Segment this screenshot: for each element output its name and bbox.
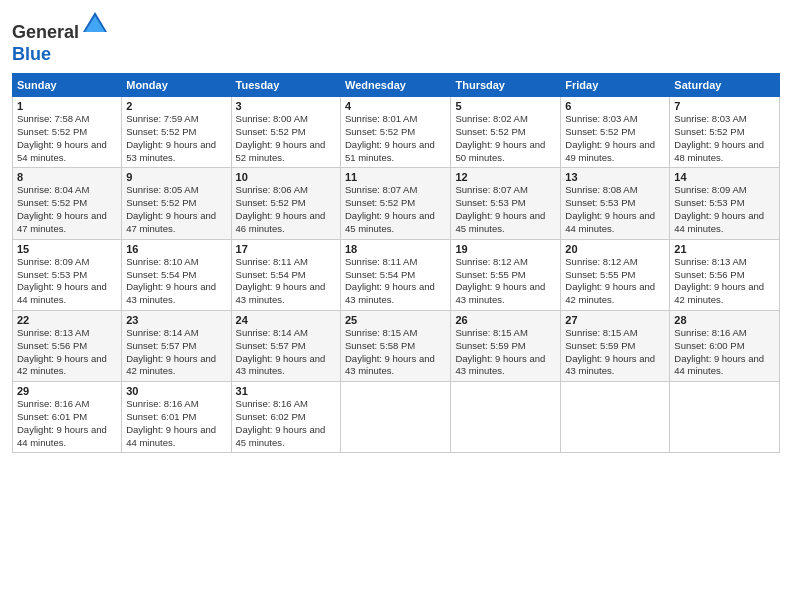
day-info: Sunrise: 8:14 AMSunset: 5:57 PMDaylight:… [236,327,336,378]
day-number: 30 [126,385,226,397]
day-info: Sunrise: 8:04 AMSunset: 5:52 PMDaylight:… [17,184,117,235]
day-info: Sunrise: 8:13 AMSunset: 5:56 PMDaylight:… [17,327,117,378]
day-number: 6 [565,100,665,112]
calendar-week-row: 1Sunrise: 7:58 AMSunset: 5:52 PMDaylight… [13,97,780,168]
day-number: 16 [126,243,226,255]
calendar-cell: 22Sunrise: 8:13 AMSunset: 5:56 PMDayligh… [13,310,122,381]
day-number: 12 [455,171,556,183]
calendar-cell: 18Sunrise: 8:11 AMSunset: 5:54 PMDayligh… [341,239,451,310]
calendar-cell: 19Sunrise: 8:12 AMSunset: 5:55 PMDayligh… [451,239,561,310]
calendar-cell: 10Sunrise: 8:06 AMSunset: 5:52 PMDayligh… [231,168,340,239]
day-number: 5 [455,100,556,112]
calendar-cell: 17Sunrise: 8:11 AMSunset: 5:54 PMDayligh… [231,239,340,310]
day-number: 7 [674,100,775,112]
calendar-table: SundayMondayTuesdayWednesdayThursdayFrid… [12,73,780,453]
calendar-cell: 3Sunrise: 8:00 AMSunset: 5:52 PMDaylight… [231,97,340,168]
day-number: 27 [565,314,665,326]
calendar-cell: 6Sunrise: 8:03 AMSunset: 5:52 PMDaylight… [561,97,670,168]
day-number: 8 [17,171,117,183]
logo-text: General Blue [12,10,109,65]
day-info: Sunrise: 8:09 AMSunset: 5:53 PMDaylight:… [674,184,775,235]
calendar-cell: 4Sunrise: 8:01 AMSunset: 5:52 PMDaylight… [341,97,451,168]
calendar-cell: 21Sunrise: 8:13 AMSunset: 5:56 PMDayligh… [670,239,780,310]
logo-general: General [12,22,79,42]
calendar-cell [670,382,780,453]
calendar-cell: 24Sunrise: 8:14 AMSunset: 5:57 PMDayligh… [231,310,340,381]
calendar-cell: 16Sunrise: 8:10 AMSunset: 5:54 PMDayligh… [122,239,231,310]
calendar-cell: 26Sunrise: 8:15 AMSunset: 5:59 PMDayligh… [451,310,561,381]
day-info: Sunrise: 8:13 AMSunset: 5:56 PMDaylight:… [674,256,775,307]
day-info: Sunrise: 8:12 AMSunset: 5:55 PMDaylight:… [565,256,665,307]
day-number: 29 [17,385,117,397]
day-info: Sunrise: 8:15 AMSunset: 5:58 PMDaylight:… [345,327,446,378]
day-number: 19 [455,243,556,255]
day-info: Sunrise: 8:15 AMSunset: 5:59 PMDaylight:… [455,327,556,378]
calendar-cell: 29Sunrise: 8:16 AMSunset: 6:01 PMDayligh… [13,382,122,453]
day-info: Sunrise: 8:11 AMSunset: 5:54 PMDaylight:… [236,256,336,307]
calendar-cell: 5Sunrise: 8:02 AMSunset: 5:52 PMDaylight… [451,97,561,168]
day-info: Sunrise: 8:16 AMSunset: 6:00 PMDaylight:… [674,327,775,378]
calendar-cell: 14Sunrise: 8:09 AMSunset: 5:53 PMDayligh… [670,168,780,239]
day-info: Sunrise: 8:03 AMSunset: 5:52 PMDaylight:… [674,113,775,164]
day-of-week-header: Thursday [451,74,561,97]
day-number: 28 [674,314,775,326]
day-info: Sunrise: 8:05 AMSunset: 5:52 PMDaylight:… [126,184,226,235]
day-info: Sunrise: 8:11 AMSunset: 5:54 PMDaylight:… [345,256,446,307]
day-of-week-header: Monday [122,74,231,97]
day-number: 21 [674,243,775,255]
day-number: 31 [236,385,336,397]
calendar-cell: 13Sunrise: 8:08 AMSunset: 5:53 PMDayligh… [561,168,670,239]
day-info: Sunrise: 8:01 AMSunset: 5:52 PMDaylight:… [345,113,446,164]
day-info: Sunrise: 7:59 AMSunset: 5:52 PMDaylight:… [126,113,226,164]
day-info: Sunrise: 8:14 AMSunset: 5:57 PMDaylight:… [126,327,226,378]
day-of-week-header: Wednesday [341,74,451,97]
calendar-week-row: 22Sunrise: 8:13 AMSunset: 5:56 PMDayligh… [13,310,780,381]
day-number: 2 [126,100,226,112]
calendar-cell: 7Sunrise: 8:03 AMSunset: 5:52 PMDaylight… [670,97,780,168]
day-of-week-header: Tuesday [231,74,340,97]
day-number: 23 [126,314,226,326]
day-number: 10 [236,171,336,183]
calendar-cell: 8Sunrise: 8:04 AMSunset: 5:52 PMDaylight… [13,168,122,239]
calendar-cell: 20Sunrise: 8:12 AMSunset: 5:55 PMDayligh… [561,239,670,310]
calendar-week-row: 8Sunrise: 8:04 AMSunset: 5:52 PMDaylight… [13,168,780,239]
day-of-week-header: Saturday [670,74,780,97]
calendar-cell: 25Sunrise: 8:15 AMSunset: 5:58 PMDayligh… [341,310,451,381]
day-number: 18 [345,243,446,255]
header: General Blue [12,10,780,65]
day-info: Sunrise: 7:58 AMSunset: 5:52 PMDaylight:… [17,113,117,164]
calendar-cell: 31Sunrise: 8:16 AMSunset: 6:02 PMDayligh… [231,382,340,453]
day-info: Sunrise: 8:03 AMSunset: 5:52 PMDaylight:… [565,113,665,164]
day-number: 11 [345,171,446,183]
logo-icon [81,10,109,38]
logo-blue: Blue [12,44,51,64]
calendar-cell [341,382,451,453]
day-number: 24 [236,314,336,326]
calendar-week-row: 29Sunrise: 8:16 AMSunset: 6:01 PMDayligh… [13,382,780,453]
day-number: 1 [17,100,117,112]
day-info: Sunrise: 8:16 AMSunset: 6:01 PMDaylight:… [17,398,117,449]
day-info: Sunrise: 8:10 AMSunset: 5:54 PMDaylight:… [126,256,226,307]
calendar-cell [451,382,561,453]
calendar-cell: 12Sunrise: 8:07 AMSunset: 5:53 PMDayligh… [451,168,561,239]
day-info: Sunrise: 8:12 AMSunset: 5:55 PMDaylight:… [455,256,556,307]
day-number: 9 [126,171,226,183]
calendar-cell: 1Sunrise: 7:58 AMSunset: 5:52 PMDaylight… [13,97,122,168]
day-of-week-header: Friday [561,74,670,97]
calendar-cell: 30Sunrise: 8:16 AMSunset: 6:01 PMDayligh… [122,382,231,453]
day-number: 20 [565,243,665,255]
day-info: Sunrise: 8:07 AMSunset: 5:53 PMDaylight:… [455,184,556,235]
day-number: 17 [236,243,336,255]
calendar-cell: 11Sunrise: 8:07 AMSunset: 5:52 PMDayligh… [341,168,451,239]
day-info: Sunrise: 8:00 AMSunset: 5:52 PMDaylight:… [236,113,336,164]
day-number: 26 [455,314,556,326]
day-number: 13 [565,171,665,183]
day-number: 4 [345,100,446,112]
calendar-cell: 28Sunrise: 8:16 AMSunset: 6:00 PMDayligh… [670,310,780,381]
calendar-cell: 23Sunrise: 8:14 AMSunset: 5:57 PMDayligh… [122,310,231,381]
day-number: 3 [236,100,336,112]
day-info: Sunrise: 8:09 AMSunset: 5:53 PMDaylight:… [17,256,117,307]
day-number: 25 [345,314,446,326]
calendar-cell: 9Sunrise: 8:05 AMSunset: 5:52 PMDaylight… [122,168,231,239]
day-info: Sunrise: 8:15 AMSunset: 5:59 PMDaylight:… [565,327,665,378]
